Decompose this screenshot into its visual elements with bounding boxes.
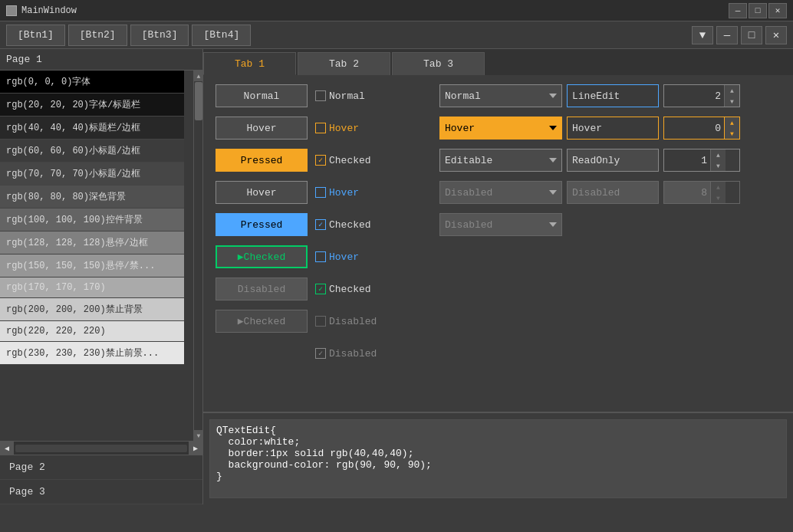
cb-checked-green[interactable]: ✓	[315, 284, 326, 294]
close-button[interactable]: ✕	[768, 3, 787, 18]
maximize-button[interactable]: □	[749, 3, 767, 18]
cb-normal[interactable]	[315, 90, 326, 101]
cb-checked-green-container: ✓ Checked	[312, 277, 435, 300]
spinbox-readonly-controls: ▲ ▼	[710, 149, 726, 171]
lineedit-normal[interactable]: LineEdit	[567, 84, 659, 107]
spinbox-readonly-input[interactable]	[664, 149, 710, 171]
menu-btn-1[interactable]: [Btn1]	[6, 25, 65, 46]
combo-editable-arrow	[549, 158, 557, 163]
btn-hover2[interactable]: Hover	[216, 181, 308, 204]
spinbox-up-btn[interactable]: ▲	[725, 85, 739, 96]
tab-2[interactable]: Tab 2	[298, 52, 390, 75]
text-area-content[interactable]: QTextEdit{ color:white; border:1px solid…	[209, 419, 787, 498]
page-label: Page 1	[0, 49, 202, 71]
sidebar-item-page2[interactable]: Page 2	[0, 455, 202, 480]
cb-hover-blue[interactable]	[315, 187, 326, 198]
spinbox-down-btn[interactable]: ▼	[725, 96, 739, 107]
cb-disabled-empty-label: Disabled	[329, 316, 377, 327]
cb-checked-disabled-label: Disabled	[329, 348, 377, 360]
cb-checked-disabled-container: ✓ Disabled	[312, 342, 435, 365]
list-item[interactable]: rgb(70, 70, 70)小标题/边框	[0, 163, 184, 186]
spinbox-hover-input[interactable]	[664, 117, 724, 139]
cb-disabled-empty	[315, 316, 326, 327]
btn-hover[interactable]: Hover	[216, 117, 308, 140]
scroll-up-arrow[interactable]: ▲	[194, 71, 202, 81]
list-item[interactable]: rgb(0, 0, 0)字体	[0, 71, 184, 94]
tab-3[interactable]: Tab 3	[392, 52, 485, 75]
menu-btn-4[interactable]: [Btn4]	[192, 25, 251, 46]
combo-disabled-1: Disabled	[439, 181, 562, 204]
hscroll-right-arrow[interactable]: ▶	[189, 442, 202, 455]
widget-row-8: ▶Checked Disabled	[211, 308, 785, 334]
scroll-down-arrow[interactable]: ▼	[194, 430, 202, 441]
list-item[interactable]: rgb(200, 200, 200)禁止背景	[0, 298, 184, 321]
vertical-scrollbar[interactable]: ▲ ▼	[193, 71, 202, 441]
btn-disabled: Disabled	[216, 277, 308, 300]
cb-checked[interactable]: ✓	[315, 155, 326, 166]
combo-disabled-1-arrow	[549, 190, 557, 195]
menu-bar: [Btn1] [Btn2] [Btn3] [Btn4] ▼ — □ ✕	[0, 21, 793, 49]
combo-disabled-2-text: Disabled	[445, 219, 492, 231]
spinbox-readonly-up-btn[interactable]: ▲	[711, 149, 726, 160]
list-item[interactable]: rgb(230, 230, 230)禁止前景...	[0, 342, 184, 365]
list-item[interactable]: rgb(170, 170, 170)	[0, 277, 184, 298]
menu-btn-2[interactable]: [Btn2]	[68, 25, 127, 46]
lineedit-hover[interactable]: Hover	[567, 117, 659, 140]
lineedit-readonly[interactable]: ReadOnly	[567, 149, 659, 172]
cb-checked-blue-label: Checked	[329, 219, 371, 231]
cb-hover-label: Hover	[329, 123, 359, 134]
btn-checked-green[interactable]: ▶Checked	[216, 245, 308, 268]
list-item[interactable]: rgb(220, 220, 220)	[0, 321, 184, 342]
title-bar: MainWindow — □ ✕	[0, 0, 793, 21]
sidebar-item-page3[interactable]: Page 3	[0, 480, 202, 504]
cb-disabled-empty-container: Disabled	[312, 310, 435, 333]
list-item[interactable]: rgb(60, 60, 60)小标题/边框	[0, 140, 184, 163]
cb-hover-container: Hover	[312, 117, 435, 140]
list-item[interactable]: rgb(20, 20, 20)字体/标题栏	[0, 94, 184, 117]
hscroll-left-arrow[interactable]: ◀	[0, 442, 14, 455]
combo-normal[interactable]: Normal	[439, 84, 562, 107]
list-item[interactable]: rgb(40, 40, 40)标题栏/边框	[0, 117, 184, 140]
btn-normal[interactable]: Normal	[216, 84, 308, 107]
spinbox-readonly-down-btn[interactable]: ▼	[711, 160, 726, 171]
list-item[interactable]: rgb(150, 150, 150)悬停/禁...	[0, 255, 184, 277]
cb-hover[interactable]	[315, 123, 326, 133]
main-layout: Page 1 rgb(0, 0, 0)字体 rgb(20, 20, 20)字体/…	[0, 49, 793, 504]
minimize-button[interactable]: —	[729, 3, 747, 18]
list-item[interactable]: rgb(128, 128, 128)悬停/边框	[0, 232, 184, 255]
spinbox-hover-controls: ▲ ▼	[724, 117, 739, 139]
text-area-section: QTextEdit{ color:white; border:1px solid…	[203, 412, 793, 504]
scroll-thumb[interactable]	[195, 82, 202, 120]
sidebar-items-wrapper: rgb(0, 0, 0)字体 rgb(20, 20, 20)字体/标题栏 rgb…	[0, 71, 193, 441]
spinbox-disabled-controls: ▲ ▼	[710, 182, 726, 203]
spinbox-disabled-up-btn: ▲	[711, 182, 726, 192]
cb-checked-blue[interactable]: ✓	[315, 219, 326, 230]
list-item[interactable]: rgb(80, 80, 80)深色背景	[0, 186, 184, 209]
cb-checked-blue-container: ✓ Checked	[312, 213, 435, 236]
title-bar-left: MainWindow	[6, 5, 77, 16]
menu-btn-3[interactable]: [Btn3]	[130, 25, 189, 46]
toolbar-max-btn[interactable]: □	[741, 26, 762, 44]
btn-pressed[interactable]: Pressed	[216, 149, 308, 172]
combo-hover[interactable]: Hover	[439, 117, 562, 140]
toolbar-min-btn[interactable]: —	[716, 26, 738, 44]
spinbox-normal-input[interactable]	[664, 85, 724, 107]
hscroll-track	[15, 445, 187, 452]
combo-editable[interactable]: Editable	[439, 149, 562, 172]
cb-checked-container: ✓ Checked	[312, 149, 435, 172]
cb-checked-label: Checked	[329, 155, 371, 166]
toolbar-close-btn[interactable]: ✕	[765, 26, 787, 44]
widget-row-5: Pressed ✓ Checked Disabled	[211, 212, 785, 238]
combo-normal-arrow	[549, 94, 557, 98]
horizontal-scrollbar[interactable]: ◀ ▶	[0, 441, 202, 455]
toolbar-dropdown-btn[interactable]: ▼	[692, 26, 713, 44]
sidebar: Page 1 rgb(0, 0, 0)字体 rgb(20, 20, 20)字体/…	[0, 49, 203, 504]
cb-checked-green-label: Checked	[329, 284, 371, 295]
btn-pressed-blue[interactable]: Pressed	[216, 213, 308, 236]
list-item[interactable]: rgb(100, 100, 100)控件背景	[0, 209, 184, 232]
spinbox-hover-down-btn[interactable]: ▼	[725, 128, 739, 139]
widget-row-7: Disabled ✓ Checked	[211, 276, 785, 302]
cb-hover-empty[interactable]	[315, 251, 326, 262]
tab-1[interactable]: Tab 1	[203, 52, 296, 75]
spinbox-hover-up-btn[interactable]: ▲	[725, 117, 739, 128]
